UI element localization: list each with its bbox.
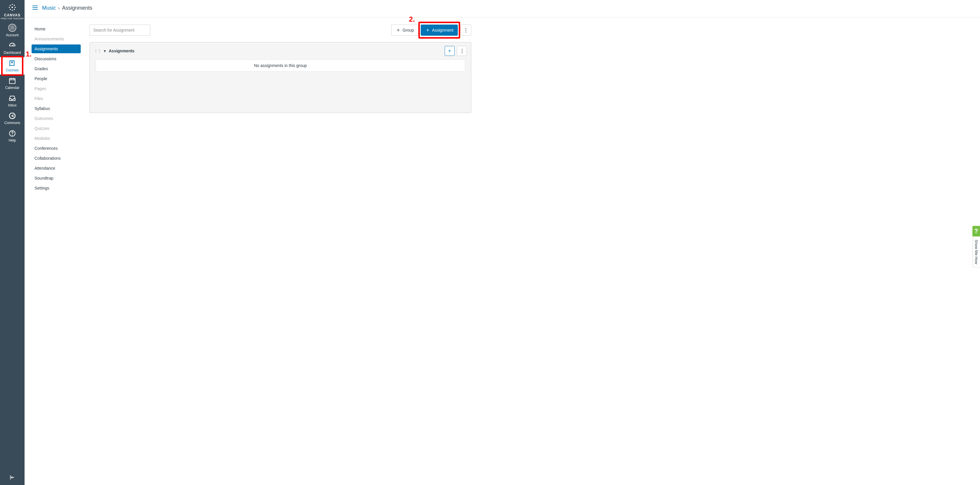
canvas-logo-subtext: FREE FOR TEACHER — [0, 18, 25, 19]
nav-inbox[interactable]: Inbox — [0, 92, 25, 110]
global-nav: CANVAS FREE FOR TEACHER Account Dashboar… — [0, 0, 25, 485]
toolbar-more-button[interactable] — [460, 25, 471, 36]
nav-help-label: Help — [0, 138, 25, 142]
breadcrumb-separator: › — [58, 6, 60, 11]
svg-point-0 — [12, 4, 13, 5]
nav-dashboard-label: Dashboard — [0, 51, 25, 55]
course-nav-syllabus[interactable]: Syllabus — [32, 104, 81, 113]
content-row: Home Announcements Assignments Discussio… — [25, 18, 980, 485]
svg-point-6 — [10, 9, 11, 10]
course-nav-outcomes[interactable]: Outcomes — [32, 114, 81, 123]
course-nav-conferences[interactable]: Conferences — [32, 144, 81, 153]
topbar: Music › Assignments — [25, 0, 980, 18]
nav-inbox-label: Inbox — [0, 103, 25, 107]
course-nav-toggle[interactable] — [32, 4, 38, 12]
svg-point-1 — [12, 10, 13, 11]
breadcrumb-current: Assignments — [62, 5, 92, 11]
add-assignment-button[interactable]: ＋ Assignment — [421, 25, 458, 36]
canvas-logo-icon — [0, 3, 25, 13]
course-nav-home[interactable]: Home — [32, 25, 81, 34]
breadcrumb: Music › Assignments — [42, 5, 92, 11]
course-nav-pages[interactable]: Pages — [32, 84, 81, 93]
group-header: ⋮⋮ ▾ Assignments ＋ — [90, 42, 471, 59]
search-input[interactable] — [89, 25, 150, 36]
course-nav-quizzes[interactable]: Quizzes — [32, 124, 81, 133]
course-nav-grades[interactable]: Grades — [32, 64, 81, 73]
add-assignment-label: Assignment — [432, 28, 453, 32]
svg-rect-13 — [10, 78, 15, 83]
course-nav-collaborations[interactable]: Collaborations — [32, 154, 81, 163]
search-field — [89, 25, 150, 36]
group-actions: ＋ — [445, 46, 467, 56]
collapse-nav-button[interactable] — [0, 471, 25, 485]
course-nav-settings[interactable]: Settings — [32, 184, 81, 193]
plus-icon: ＋ — [447, 48, 452, 53]
group-more-button[interactable] — [457, 46, 467, 56]
nav-calendar-label: Calendar — [0, 86, 25, 90]
collapse-caret-icon[interactable]: ▾ — [104, 49, 106, 53]
dashboard-icon — [0, 42, 25, 49]
plus-icon: ＋ — [396, 27, 401, 32]
nav-courses[interactable]: Courses — [0, 57, 25, 75]
course-nav-announcements[interactable]: Announcements — [32, 35, 81, 43]
show-me-how-panel[interactable]: ? Show Me How — [972, 226, 980, 267]
main-area: Music › Assignments Home Announcements A… — [25, 0, 980, 485]
nav-courses-label: Courses — [0, 68, 25, 72]
course-nav: Home Announcements Assignments Discussio… — [25, 18, 81, 485]
help-question-icon: ? — [972, 226, 980, 236]
drag-handle-icon[interactable]: ⋮⋮ — [94, 49, 101, 53]
course-nav-files[interactable]: Files — [32, 94, 81, 103]
course-nav-attendance[interactable]: Attendance — [32, 164, 81, 172]
canvas-logo[interactable]: CANVAS FREE FOR TEACHER — [0, 0, 25, 21]
add-group-button[interactable]: ＋ Group — [391, 25, 418, 36]
course-nav-soundtrap[interactable]: Soundtrap — [32, 174, 81, 182]
breadcrumb-course-link[interactable]: Music — [42, 5, 56, 11]
svg-point-8 — [12, 7, 13, 8]
assignment-empty-text: No assignments in this group — [96, 60, 465, 71]
inbox-icon — [0, 94, 25, 102]
assignment-group: ⋮⋮ ▾ Assignments ＋ No assignments in thi… — [89, 42, 471, 113]
toolbar: ＋ Group ＋ Assignment — [89, 25, 471, 36]
avatar-icon — [0, 24, 25, 32]
courses-icon — [0, 59, 25, 67]
kebab-icon — [461, 49, 463, 53]
nav-dashboard[interactable]: Dashboard — [0, 40, 25, 57]
kebab-icon — [465, 28, 466, 32]
assignment-list: No assignments in this group — [95, 59, 465, 72]
course-nav-assignments[interactable]: Assignments — [32, 45, 81, 53]
calendar-icon — [0, 77, 25, 85]
add-group-label: Group — [402, 28, 414, 32]
commons-icon — [0, 112, 25, 120]
group-title: Assignments — [109, 49, 442, 53]
svg-point-5 — [14, 5, 15, 6]
help-icon — [0, 129, 25, 137]
svg-point-2 — [9, 7, 10, 8]
nav-account[interactable]: Account — [0, 21, 25, 40]
course-nav-discussions[interactable]: Discussions — [32, 54, 81, 63]
nav-calendar[interactable]: Calendar — [0, 75, 25, 92]
svg-point-9 — [11, 26, 13, 28]
svg-point-3 — [14, 7, 16, 8]
course-nav-modules[interactable]: Modules — [32, 134, 81, 143]
svg-point-7 — [14, 9, 15, 10]
canvas-logo-text: CANVAS — [0, 13, 25, 17]
nav-help[interactable]: Help — [0, 127, 25, 145]
page-content: ＋ Group ＋ Assignment ⋮⋮ ▾ Assignments — [81, 18, 478, 485]
group-add-button[interactable]: ＋ — [445, 46, 455, 56]
nav-commons-label: Commons — [0, 121, 25, 125]
nav-commons[interactable]: Commons — [0, 110, 25, 127]
nav-account-label: Account — [0, 33, 25, 37]
show-me-how-label: Show Me How — [973, 236, 980, 267]
svg-point-4 — [10, 5, 11, 6]
plus-icon: ＋ — [425, 27, 430, 32]
course-nav-people[interactable]: People — [32, 74, 81, 83]
